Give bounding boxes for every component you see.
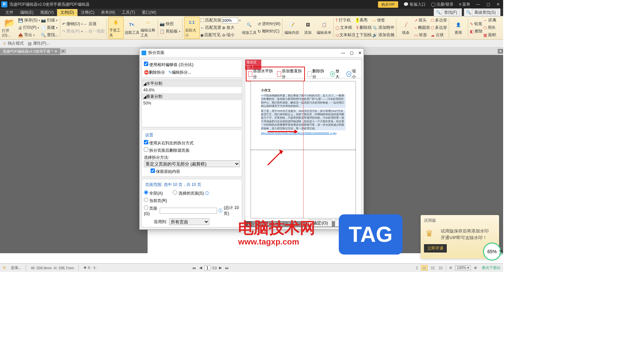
underline-button[interactable]: T下划线 [356,32,372,39]
delete-source-checkbox[interactable]: 拆分页面后删除源页面 [144,147,240,153]
menu-comment[interactable]: 注释(C) [77,9,98,16]
snapshot-button[interactable]: 📷快照 [160,21,180,27]
apply-to-select[interactable]: 所有页面 [169,218,209,225]
fit-page-button[interactable]: ⛶匹配页面 [200,17,221,24]
typewriter-button[interactable]: T打字机 [335,17,356,24]
zoom-combo[interactable] [222,17,238,23]
page-num-4[interactable]: 4 [265,221,272,227]
last-page-button[interactable]: ⏭ [224,266,230,270]
preview-page[interactable]: 小作文 一个阳光明媚的早晨，我们乘坐了两个小时的大巴，走入大门，一幢简洁朴素的房… [251,81,356,218]
menu-file[interactable]: 文件 [2,9,17,16]
tab-close-all[interactable]: ✕ [498,49,503,54]
sticky-note-button[interactable]: ▭便签 [372,17,394,24]
tab-close-icon[interactable]: ✕ [54,49,57,54]
line-tool[interactable]: ╱线条 [398,20,414,35]
page-num-1[interactable]: 1 [245,221,252,227]
page-num-2[interactable]: 2 [252,221,259,227]
perimeter-tool[interactable]: ⬡周长 [483,24,496,31]
menu-window[interactable]: 窗口(W) [139,9,160,16]
open-button[interactable]: 📂 打开(O)... [2,18,17,37]
highlight-button[interactable]: T高亮 [356,17,372,24]
layout-continuous-button[interactable]: ▯▯ [421,265,428,271]
login-link[interactable]: ◯注册/登录 [431,2,453,7]
page-num-7[interactable]: 7 [285,221,292,227]
actual-size-button[interactable]: 1:1实际大小 [184,17,200,39]
print-button[interactable]: 🖨打印(P)▾ [18,24,40,31]
hand-tool[interactable]: ✋手形工具 [108,17,124,39]
back-button[interactable]: ←后退 [84,21,105,27]
add-horizontal-split-button[interactable]: 添加水平拆分 [247,67,275,81]
zoom-in-preview-button[interactable]: +放大 [328,67,344,81]
rect-tool[interactable]: ▭矩形 [414,32,430,39]
radio-current[interactable]: 当前页(R) [144,198,240,204]
page-range-input[interactable] [160,208,217,214]
radio-pages[interactable]: 页面(G) [144,205,158,216]
fit-width-button[interactable]: ↔匹配宽度 [200,24,221,31]
add-button[interactable]: 🖼添加 [300,20,316,35]
dialog-close[interactable]: ✕ [358,51,362,55]
clipboard-button[interactable]: 📋剪贴板▾ [160,28,180,35]
edit-form-button[interactable]: 📋编辑表单 [316,20,332,35]
ok-button[interactable]: 确定(O) [309,219,332,227]
fit-visible-button[interactable]: ◉匹配可见 [200,32,221,39]
zoom-plus-button[interactable]: ⊕ [473,266,478,270]
vertical-split-value[interactable]: 50% [142,100,242,106]
stamp-tool[interactable]: 👤图章 [451,20,466,35]
zoom-in-button[interactable]: ⊕放大 [222,24,241,31]
zoom-out-preview-button[interactable]: −缩小 [345,67,361,81]
layout-book-button[interactable]: ▯▯ [438,266,444,270]
strikethrough-button[interactable]: T删除线 [356,24,372,31]
horizontal-split-value[interactable]: 49.8% [142,87,242,93]
minimize-button[interactable]: — [473,2,483,7]
cloud-tool[interactable]: ☁云状 [431,32,447,39]
layout-facing-button[interactable]: ▯▯ [430,266,436,270]
cpu-gauge[interactable]: 65% [483,242,501,261]
document-tab[interactable]: 迅捷PDF编辑器v2.0使用手册*✕ [0,48,60,55]
zoom-minus-button[interactable]: ⊖ [448,266,453,270]
buy-vip-button[interactable]: 购买VIP [378,1,398,8]
prev-view-button[interactable]: →前一视图 [84,28,105,35]
polygon2-tool[interactable]: ⬡多边形 [431,24,447,31]
page-num-6[interactable]: 6 [279,221,285,227]
customer-service[interactable]: 💬客服入口 [404,2,426,7]
distance-tool[interactable]: ↔距离 [483,17,496,24]
zoom-status-combo[interactable]: 100% ▾ [455,265,471,270]
audio-button[interactable]: 🔊添加音频 [372,32,394,39]
rtl-checkbox[interactable]: 使用从右到左的拆分方式 [144,140,240,146]
delete-split-button[interactable]: ⛔删除拆分 [144,70,165,75]
first-page-button[interactable]: ⏮ [191,266,197,270]
rotate-cw-button[interactable]: ↻顺时针(C) [258,28,280,35]
relative-offset-checkbox[interactable]: 使用相对偏移值 (百分比) [144,62,194,67]
page-num-3[interactable]: 3 [259,221,265,227]
edit-content-button[interactable]: 📝编辑内容 [284,20,300,35]
radio-selected[interactable]: 选择的页面(S) ⓘ [173,190,209,196]
page-num-8[interactable]: 8 [292,221,299,227]
find-button[interactable]: 🔍查找(F) [434,8,462,17]
export-button[interactable]: 📤导出▾ [18,32,40,39]
dialog-maximize[interactable]: ▢ [350,51,354,55]
next-page-button[interactable]: ▶ [218,266,223,270]
rotate-ccw-button[interactable]: ↺逆时针(W) [258,21,280,27]
close-button[interactable]: ✕ [493,2,503,7]
exclusive-mode-button[interactable]: ♔独占模式 [3,41,24,46]
polygon-tool[interactable]: ⬠多边形 [431,17,447,24]
prev-page-button[interactable]: ◀ [198,266,203,270]
textlabel-button[interactable]: ◁文本标注 [335,32,356,39]
add-vertical-split-button[interactable]: 添加垂直拆分 [275,67,304,81]
keep-original-checkbox[interactable]: 保留原始内容 [151,168,240,175]
area-tool[interactable]: ▦面积 [483,32,496,39]
split-method-select[interactable]: 重定义页面的可见部分 (裁剪框) [144,160,240,167]
vertical-split-header[interactable]: ◢ 垂直分割 [142,93,242,100]
options-button[interactable]: 选项... [11,265,21,270]
radio-all[interactable]: 全部(A) [144,190,163,196]
attach-button[interactable]: 📎添加附件 [372,24,394,31]
new-tab-button[interactable]: + [60,49,66,54]
page-num-5[interactable]: 5 [272,221,279,227]
maximize-button[interactable]: ▢ [483,2,493,7]
menu-edit[interactable]: 编辑(E) [17,9,37,16]
dialog-minimize[interactable]: — [341,51,345,55]
menu-document[interactable]: 文档(D) [57,9,77,16]
menu-form[interactable]: 表单(M) [98,9,118,16]
main-menu[interactable]: ≡菜单 [459,2,470,7]
menu-view[interactable]: 视图(V) [37,9,57,16]
